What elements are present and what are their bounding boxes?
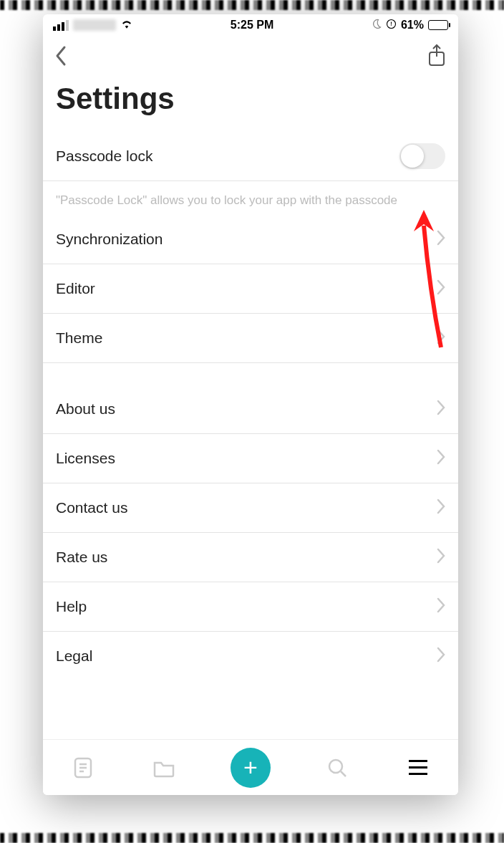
back-button[interactable]	[54, 45, 67, 69]
chevron-right-icon	[437, 647, 445, 665]
row-label: Synchronization	[56, 231, 163, 248]
battery-percent: 61%	[401, 19, 424, 32]
setting-row-about-us[interactable]: About us	[43, 385, 458, 434]
chevron-right-icon	[437, 230, 445, 249]
chevron-right-icon	[437, 449, 445, 468]
chevron-right-icon	[437, 400, 445, 418]
chevron-right-icon	[437, 498, 445, 517]
bottom-tab-bar: +	[43, 739, 458, 795]
setting-row-contact-us[interactable]: Contact us	[43, 483, 458, 533]
battery-icon	[428, 20, 448, 30]
tab-notes[interactable]	[69, 753, 97, 782]
tab-folders[interactable]	[150, 753, 178, 782]
row-label: Contact us	[56, 499, 127, 516]
row-label: About us	[56, 400, 115, 418]
setting-row-help[interactable]: Help	[43, 582, 458, 632]
status-time: 5:25 PM	[231, 19, 273, 32]
svg-point-1	[391, 24, 392, 26]
add-button[interactable]: +	[231, 748, 271, 788]
cell-signal-icon	[53, 20, 69, 31]
setting-row-editor[interactable]: Editor	[43, 264, 458, 314]
row-label: Help	[56, 598, 87, 615]
passcode-toggle[interactable]	[399, 143, 445, 169]
row-label: Editor	[56, 280, 95, 297]
tab-menu[interactable]	[404, 753, 432, 782]
settings-list[interactable]: Passcode lock "Passcode Lock" allows you…	[43, 132, 458, 739]
carrier-blurred	[73, 19, 116, 31]
row-label: Rate us	[56, 549, 107, 566]
decorative-edge	[0, 833, 504, 843]
row-label: Theme	[56, 329, 102, 347]
svg-point-4	[329, 760, 342, 773]
row-label: Legal	[56, 647, 92, 665]
moon-icon	[371, 19, 382, 32]
row-label: Passcode lock	[56, 148, 152, 165]
menu-icon	[409, 760, 427, 775]
setting-row-rate-us[interactable]: Rate us	[43, 533, 458, 582]
status-bar: 5:25 PM 61%	[43, 14, 458, 36]
share-button[interactable]	[427, 44, 447, 71]
chevron-right-icon	[437, 329, 445, 347]
page-title: Settings	[43, 79, 458, 132]
decorative-edge	[0, 0, 504, 10]
row-label: Licenses	[56, 450, 115, 467]
tab-search[interactable]	[323, 753, 352, 782]
setting-row-licenses[interactable]: Licenses	[43, 434, 458, 483]
wifi-icon	[120, 19, 133, 32]
chevron-right-icon	[437, 548, 445, 567]
setting-row-legal[interactable]: Legal	[43, 632, 458, 660]
plus-icon: +	[243, 753, 258, 781]
setting-row-synchronization[interactable]: Synchronization	[43, 215, 458, 264]
chevron-right-icon	[437, 597, 445, 616]
setting-row-theme[interactable]: Theme	[43, 314, 458, 363]
passcode-lock-description: "Passcode Lock" allows you to lock your …	[43, 181, 458, 215]
setting-row-passcode-lock[interactable]: Passcode lock	[43, 132, 458, 181]
phone-frame: 5:25 PM 61% Settings Passcode lock	[43, 14, 458, 795]
chevron-right-icon	[437, 279, 445, 298]
rotation-lock-icon	[386, 19, 397, 32]
